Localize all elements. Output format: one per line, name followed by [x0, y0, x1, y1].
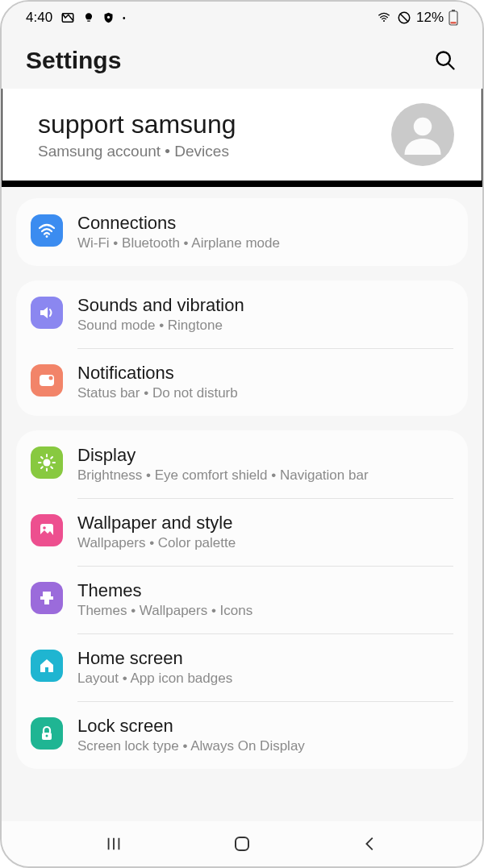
home-icon — [31, 650, 63, 682]
recents-icon — [105, 835, 123, 853]
settings-header: Settings — [2, 31, 482, 89]
avatar[interactable] — [391, 103, 454, 166]
item-title: Lock screen — [77, 716, 453, 737]
person-icon — [398, 110, 447, 159]
item-title: Wallpaper and style — [77, 513, 453, 534]
item-title: Themes — [77, 580, 453, 601]
svg-line-9 — [449, 64, 454, 69]
settings-item-notifications[interactable]: NotificationsStatus bar • Do not disturb — [16, 348, 468, 416]
home-button[interactable] — [228, 830, 256, 858]
status-bar: 4:40 • 12% — [2, 2, 482, 31]
svg-point-26 — [46, 735, 48, 737]
settings-item-wallpaper-and-style[interactable]: Wallpaper and styleWallpapers • Color pa… — [16, 498, 468, 566]
svg-point-1 — [107, 16, 110, 19]
settings-item-connections[interactable]: ConnectionsWi-Fi • Bluetooth • Airplane … — [16, 198, 468, 266]
sound-icon — [31, 297, 63, 329]
svg-point-11 — [46, 235, 48, 238]
item-subtitle: Sound mode • Ringtone — [77, 318, 453, 334]
search-icon — [434, 49, 457, 72]
item-subtitle: Status bar • Do not disturb — [77, 385, 453, 401]
item-title: Connections — [77, 213, 453, 234]
item-subtitle: Layout • App icon badges — [77, 671, 453, 687]
item-title: Display — [77, 445, 453, 466]
settings-item-themes[interactable]: ThemesThemes • Wallpapers • Icons — [16, 566, 468, 633]
screenshot-icon — [60, 10, 75, 25]
status-time: 4:40 — [26, 10, 52, 26]
item-title: Home screen — [77, 648, 453, 669]
home-nav-icon — [232, 834, 252, 853]
settings-group: Sounds and vibrationSound mode • Rington… — [16, 280, 468, 416]
wifi-status-icon — [376, 11, 392, 24]
svg-line-19 — [41, 457, 43, 459]
item-subtitle: Wallpapers • Color palette — [77, 535, 453, 551]
svg-rect-30 — [236, 837, 248, 850]
wifi-icon — [31, 214, 63, 247]
notification-icon — [31, 364, 63, 397]
svg-point-24 — [43, 526, 46, 530]
settings-item-home-screen[interactable]: Home screenLayout • App icon badges — [16, 633, 468, 701]
svg-line-22 — [51, 457, 52, 459]
navigation-bar — [2, 821, 482, 866]
status-dot: • — [123, 14, 126, 23]
bulb-icon — [83, 10, 94, 25]
back-button[interactable] — [357, 830, 384, 858]
svg-point-13 — [49, 376, 53, 380]
recents-button[interactable] — [100, 830, 127, 858]
item-subtitle: Themes • Wallpapers • Icons — [77, 603, 453, 619]
item-subtitle: Brightness • Eye comfort shield • Naviga… — [77, 467, 453, 484]
page-title: Settings — [26, 47, 121, 74]
account-subtitle: Samsung account • Devices — [38, 143, 236, 160]
settings-item-display[interactable]: DisplayBrightness • Eye comfort shield •… — [16, 430, 468, 498]
themes-icon — [31, 582, 63, 614]
settings-group: DisplayBrightness • Eye comfort shield •… — [16, 430, 468, 769]
svg-point-2 — [383, 20, 385, 22]
account-card[interactable]: support samsung Samsung account • Device… — [2, 89, 482, 181]
settings-item-sounds-and-vibration[interactable]: Sounds and vibrationSound mode • Rington… — [16, 280, 468, 348]
battery-icon — [449, 10, 458, 26]
lock-icon — [31, 717, 63, 750]
svg-rect-7 — [451, 22, 457, 24]
settings-item-lock-screen[interactable]: Lock screenScreen lock type • Always On … — [16, 701, 468, 769]
wallpaper-icon — [31, 514, 63, 546]
account-card-highlight: support samsung Samsung account • Device… — [2, 89, 482, 181]
svg-point-14 — [44, 459, 51, 467]
svg-line-4 — [400, 14, 409, 23]
svg-line-20 — [51, 467, 52, 468]
display-icon — [31, 446, 63, 479]
battery-percent: 12% — [416, 10, 444, 26]
account-name: support samsung — [38, 110, 236, 139]
item-title: Notifications — [77, 363, 453, 384]
settings-list: ConnectionsWi-Fi • Bluetooth • Airplane … — [2, 181, 482, 769]
settings-group: ConnectionsWi-Fi • Bluetooth • Airplane … — [16, 198, 468, 266]
back-icon — [361, 835, 379, 853]
svg-point-10 — [414, 118, 432, 136]
item-title: Sounds and vibration — [77, 295, 453, 316]
svg-line-21 — [41, 467, 43, 468]
no-signal-icon — [397, 10, 411, 25]
shield-icon — [102, 10, 115, 25]
search-button[interactable] — [432, 48, 458, 73]
item-subtitle: Screen lock type • Always On Display — [77, 738, 453, 754]
item-subtitle: Wi-Fi • Bluetooth • Airplane mode — [77, 235, 453, 251]
